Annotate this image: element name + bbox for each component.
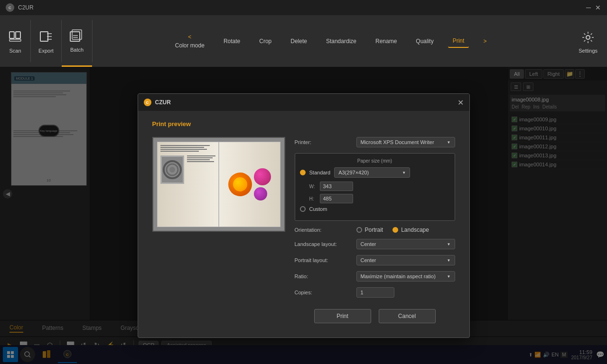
orientation-row: Orientation: Portrait Landscape [295, 227, 455, 233]
height-row: H: [300, 194, 450, 203]
nav-delete[interactable]: Delete [286, 35, 312, 47]
export-label: Export [38, 48, 54, 54]
title-bar: C C2UR ─ ✕ [0, 0, 607, 15]
ratio-dropdown-arrow: ▼ [447, 274, 451, 279]
width-row: W: [300, 182, 450, 191]
ratio-label: Ratio: [295, 273, 352, 279]
portrait-option[interactable]: Portrait [356, 227, 383, 233]
portrait-layout-dropdown[interactable]: Center ▼ [356, 255, 455, 265]
export-icon [37, 29, 55, 46]
svg-rect-2 [16, 32, 20, 38]
nav-rename[interactable]: Rename [371, 35, 402, 47]
nav-quality-label: Quality [416, 38, 433, 45]
settings-button[interactable]: Settings [569, 15, 607, 67]
pl-dropdown-arrow: ▼ [447, 258, 451, 263]
ratio-value: Maximize (maintain aspect ratio) [361, 273, 436, 279]
nav-color-label: Color mode [175, 42, 205, 49]
nav-more[interactable]: > [478, 35, 491, 47]
nav-rotate[interactable]: Rotate [219, 35, 245, 47]
nav-tools: < Color mode Rotate Crop Delete Standard… [93, 15, 569, 67]
svg-rect-1 [9, 39, 21, 41]
nav-arrow-right: > [483, 38, 486, 45]
copies-input[interactable] [356, 287, 394, 298]
svg-rect-3 [40, 32, 48, 41]
modal-buttons: Print Cancel [295, 309, 455, 323]
close-button[interactable]: ✕ [595, 4, 601, 11]
export-button[interactable]: Export [31, 15, 61, 67]
nav-crop-label: Crop [259, 38, 271, 45]
paper-dropdown-arrow: ▼ [402, 171, 406, 175]
print-button[interactable]: Print [314, 309, 371, 323]
landscape-layout-dropdown[interactable]: Center ▼ [356, 239, 455, 249]
copies-label: Copies: [295, 290, 352, 295]
nav-standardize-label: Standardize [326, 38, 356, 45]
printer-label: Printer: [295, 139, 352, 145]
paper-size-value: A3(297×420) [338, 170, 369, 175]
standard-row: Standard A3(297×420) ▼ [300, 167, 450, 178]
nav-print-label: Print [453, 37, 465, 44]
orientation-options: Portrait Landscape [356, 227, 429, 233]
modal-body: Print preview [138, 111, 469, 337]
landscape-layout-row: Landscape layout: Center ▼ [295, 239, 455, 249]
custom-radio[interactable] [300, 206, 306, 212]
modal-close-button[interactable]: ✕ [458, 98, 464, 107]
scan-button[interactable]: Scan [0, 15, 30, 67]
landscape-layout-value: Center [361, 241, 376, 247]
modal-title-left: C CZUR [144, 99, 171, 106]
printer-row: Printer: Microsoft XPS Document Writer ▼ [295, 137, 455, 147]
modal-preview [152, 137, 285, 323]
height-input[interactable] [320, 194, 353, 203]
nav-print[interactable]: Print [448, 35, 469, 48]
cancel-button[interactable]: Cancel [379, 309, 436, 323]
printer-value: Microsoft XPS Document Writer [361, 139, 434, 145]
paper-size-title: Paper size (mm) [300, 158, 450, 164]
copies-row: Copies: [295, 287, 455, 298]
landscape-layout-label: Landscape layout: [295, 241, 352, 247]
standard-radio[interactable] [300, 170, 306, 175]
width-input[interactable] [320, 182, 353, 191]
ratio-dropdown[interactable]: Maximize (maintain aspect ratio) ▼ [356, 271, 455, 282]
svg-rect-0 [9, 32, 14, 38]
nav-delete-label: Delete [290, 38, 307, 45]
landscape-option[interactable]: Landscape [392, 227, 429, 233]
modal-content: Printer: Microsoft XPS Document Writer ▼… [152, 137, 455, 323]
modal-title-bar: C CZUR ✕ [138, 94, 469, 111]
batch-button[interactable]: Batch [62, 15, 92, 67]
ll-dropdown-arrow: ▼ [447, 242, 451, 246]
nav-color-mode[interactable]: < Color mode [170, 31, 209, 52]
modal-title-text: CZUR [155, 99, 171, 106]
scan-label: Scan [9, 48, 21, 54]
title-bar-left: C C2UR [6, 3, 34, 12]
svg-point-15 [169, 167, 175, 173]
portrait-label: Portrait [365, 227, 383, 233]
portrait-radio[interactable] [356, 227, 362, 233]
landscape-label: Landscape [401, 227, 429, 233]
scan-icon [7, 29, 24, 46]
nav-standardize[interactable]: Standardize [321, 35, 361, 47]
orientation-label: Orientation: [295, 227, 352, 233]
paper-size-box: Paper size (mm) Standard A3(297×420) ▼ [295, 153, 455, 221]
batch-icon [68, 28, 85, 45]
printer-dropdown[interactable]: Microsoft XPS Document Writer ▼ [356, 137, 455, 147]
svg-point-11 [586, 36, 590, 39]
print-preview-label: Print preview [152, 120, 191, 127]
paper-size-dropdown[interactable]: A3(297×420) ▼ [334, 167, 410, 178]
svg-rect-7 [70, 32, 80, 41]
window-controls[interactable]: ─ ✕ [585, 4, 601, 11]
czur-logo: C [144, 99, 151, 106]
nav-crop[interactable]: Crop [254, 35, 276, 47]
modal-header-row: Print preview [152, 120, 455, 127]
print-dialog: C CZUR ✕ Print preview [138, 93, 470, 338]
preview-image [152, 137, 285, 232]
modal-overlay: C CZUR ✕ Print preview [0, 67, 607, 364]
app-title: C2UR [18, 4, 34, 11]
nav-rename-label: Rename [375, 38, 397, 45]
minimize-button[interactable]: ─ [585, 4, 592, 11]
w-label: W: [309, 184, 316, 189]
settings-icon [579, 29, 597, 46]
nav-quality[interactable]: Quality [411, 35, 438, 47]
custom-row: Custom [300, 206, 450, 212]
standard-label: Standard [309, 170, 331, 175]
batch-label: Batch [70, 47, 84, 53]
landscape-radio[interactable] [392, 227, 398, 233]
